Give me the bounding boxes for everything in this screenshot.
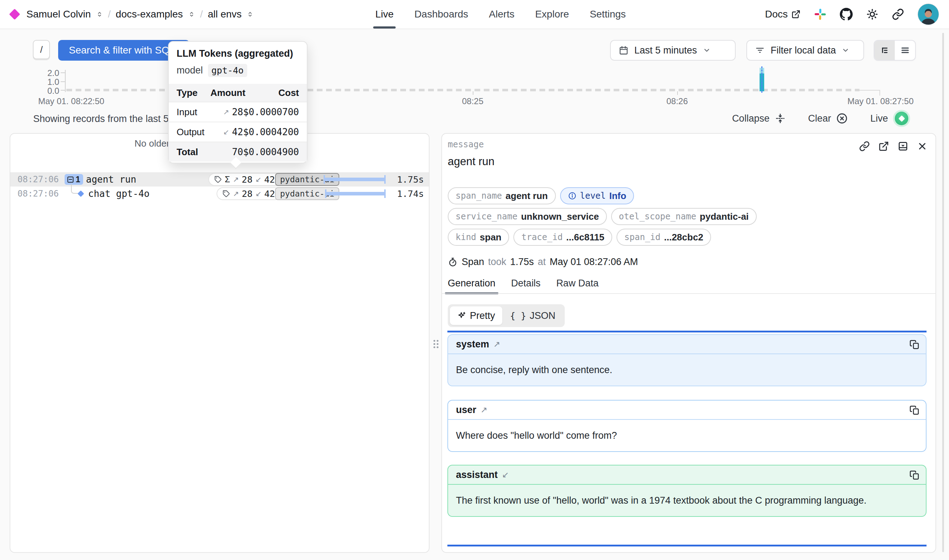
theme-sun-icon[interactable] bbox=[866, 8, 878, 20]
attr-span-id[interactable]: span_id...28cbc2 bbox=[617, 229, 711, 246]
record-kind-label: message bbox=[448, 140, 484, 149]
breadcrumb-separator: / bbox=[108, 9, 111, 20]
breadcrumb-env[interactable]: all envs bbox=[208, 9, 241, 20]
nav-tabs: Live Dashboards Alerts Explore Settings bbox=[375, 0, 626, 29]
x-tick-label: May 01. 08:22:50 bbox=[38, 96, 104, 106]
dock-bottom-icon[interactable] bbox=[898, 141, 908, 152]
github-icon[interactable] bbox=[840, 8, 853, 21]
duration-value: 1.75s bbox=[397, 174, 424, 185]
message-text: Be concise, reply with one sentence. bbox=[448, 354, 891, 386]
logfire-logo-icon[interactable] bbox=[9, 9, 20, 20]
message-header: assistant ↙ bbox=[448, 466, 926, 485]
filter-local-data-selector[interactable]: Filter local data bbox=[746, 40, 864, 61]
share-link-icon[interactable] bbox=[892, 8, 904, 20]
breadcrumb: Samuel Colvin / docs-examples / all envs bbox=[11, 0, 254, 29]
showing-records-text: Showing records from the last 5 m bbox=[33, 114, 180, 125]
y-tick-label: 2.0 bbox=[36, 68, 59, 78]
detail-tabs: Generation Details Raw Data bbox=[448, 278, 599, 293]
input-arrow: ↗ bbox=[233, 175, 239, 184]
attr-span-name[interactable]: span_nameagent run bbox=[448, 187, 556, 205]
docs-link[interactable]: Docs bbox=[765, 9, 801, 20]
slack-icon[interactable] bbox=[814, 8, 826, 20]
tab-live[interactable]: Live bbox=[375, 0, 394, 29]
scroll-bottom-rule bbox=[448, 545, 926, 546]
collapse-button[interactable]: Collapse bbox=[732, 113, 786, 124]
tooltip-title: LLM Tokens (aggregated) bbox=[177, 48, 293, 59]
tag-icon bbox=[222, 190, 230, 198]
unfold-icon[interactable] bbox=[246, 11, 254, 18]
top-nav: Samuel Colvin / docs-examples / all envs… bbox=[0, 0, 949, 29]
attr-service-name[interactable]: service_nameunknown_service bbox=[448, 208, 607, 225]
duration-value: 1.74s bbox=[397, 189, 424, 199]
breadcrumb-org[interactable]: Samuel Colvin bbox=[26, 9, 91, 20]
y-axis bbox=[65, 70, 66, 92]
chevron-down-icon bbox=[703, 46, 711, 54]
copy-link-icon[interactable] bbox=[859, 141, 870, 152]
copy-icon[interactable] bbox=[909, 405, 920, 415]
record-actions: Collapse Clear Live bbox=[732, 110, 910, 127]
span-title: agent run bbox=[448, 155, 494, 168]
close-icon[interactable] bbox=[917, 141, 927, 152]
attribute-row: span_nameagent run levelInfo bbox=[448, 187, 634, 205]
scrollbar[interactable] bbox=[942, 33, 944, 552]
span-name: agent run bbox=[86, 174, 136, 185]
tab-raw-data[interactable]: Raw Data bbox=[556, 278, 599, 293]
filter-local-value: Filter local data bbox=[771, 45, 836, 56]
attr-otel-scope-name[interactable]: otel_scope_namepydantic-ai bbox=[611, 208, 757, 225]
attr-level[interactable]: levelInfo bbox=[560, 187, 634, 205]
attr-trace-id[interactable]: trace_id...6c8115 bbox=[514, 229, 612, 246]
tab-details[interactable]: Details bbox=[511, 278, 541, 293]
json-toggle[interactable]: { } JSON bbox=[503, 306, 563, 325]
input-arrow: ↗ bbox=[223, 108, 229, 116]
tab-settings[interactable]: Settings bbox=[590, 0, 626, 29]
message-card-assistant: assistant ↙ The first known use of "hell… bbox=[448, 465, 926, 517]
pretty-toggle[interactable]: Pretty bbox=[450, 306, 502, 325]
live-toggle-button[interactable]: Live bbox=[870, 110, 910, 127]
time-range-value: Last 5 minutes bbox=[634, 45, 697, 56]
tokens-table-header: Type Amount Cost bbox=[169, 84, 307, 102]
tab-alerts[interactable]: Alerts bbox=[489, 0, 514, 29]
tree-connector bbox=[71, 184, 79, 194]
x-tick bbox=[677, 91, 678, 95]
direction-arrow: ↗ bbox=[494, 340, 500, 349]
attr-kind[interactable]: kindspan bbox=[448, 229, 509, 246]
logfire-app: Samuel Colvin / docs-examples / all envs… bbox=[0, 0, 949, 560]
duration-bar bbox=[324, 175, 386, 184]
clear-button[interactable]: Clear bbox=[808, 112, 848, 125]
detail-header-actions bbox=[859, 141, 927, 152]
tab-explore[interactable]: Explore bbox=[535, 0, 569, 29]
slash-shortcut-key[interactable]: / bbox=[33, 40, 50, 59]
llm-tokens-tooltip: LLM Tokens (aggregated) model gpt-4o Typ… bbox=[168, 41, 308, 163]
input-tokens: 28 bbox=[242, 189, 252, 199]
token-count-pill[interactable]: Σ ↗28 ↙42 bbox=[208, 173, 281, 186]
direction-arrow: ↙ bbox=[502, 470, 509, 480]
x-axis-tail bbox=[860, 90, 880, 91]
y-tick bbox=[61, 82, 65, 82]
tab-dashboards[interactable]: Dashboards bbox=[414, 0, 468, 29]
attribute-row: service_nameunknown_service otel_scope_n… bbox=[448, 208, 757, 225]
span-timestamp: May 01 08:27:06 AM bbox=[550, 257, 638, 268]
copy-icon[interactable] bbox=[909, 339, 920, 350]
unfold-icon[interactable] bbox=[96, 11, 103, 18]
unfold-icon[interactable] bbox=[188, 11, 195, 18]
breadcrumb-project[interactable]: docs-examples bbox=[115, 9, 183, 20]
y-tick bbox=[61, 72, 65, 73]
calendar-icon bbox=[618, 45, 629, 55]
trace-row-chat[interactable]: 08:27:06 chat gpt-4o ↗28 ↙42 pydantic-ai… bbox=[10, 186, 429, 201]
list-view-button[interactable] bbox=[895, 41, 915, 60]
collapse-count-badge[interactable]: 1 bbox=[65, 174, 83, 185]
tab-generation[interactable]: Generation bbox=[448, 278, 495, 293]
no-older-text: No older bbox=[134, 138, 169, 149]
info-icon bbox=[568, 192, 577, 200]
panel-resize-handle[interactable] bbox=[432, 337, 440, 350]
x-circle-icon bbox=[836, 112, 848, 125]
copy-icon[interactable] bbox=[909, 470, 920, 480]
tree-view-button[interactable] bbox=[874, 41, 895, 60]
time-range-selector[interactable]: Last 5 minutes bbox=[610, 40, 736, 61]
user-avatar[interactable] bbox=[918, 3, 939, 25]
model-value: gpt-4o bbox=[208, 64, 247, 77]
token-count-pill[interactable]: ↗28 ↙42 bbox=[217, 187, 281, 200]
message-card-user: user ↗ Where does "hello world" come fro… bbox=[448, 400, 926, 452]
open-external-icon[interactable] bbox=[878, 141, 889, 152]
y-tick-label: 1.0 bbox=[36, 77, 59, 87]
